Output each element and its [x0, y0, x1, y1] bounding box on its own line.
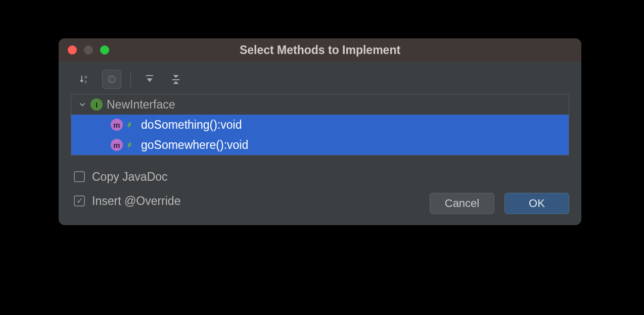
copy-javadoc-option[interactable]: Copy JavaDoc: [74, 165, 566, 189]
method-label: doSomething():void: [141, 118, 242, 132]
close-window-button[interactable]: [68, 45, 77, 55]
interface-icon: I: [90, 98, 103, 111]
copy-javadoc-checkbox[interactable]: [74, 171, 85, 182]
expand-all-button[interactable]: [140, 70, 159, 89]
svg-text:z: z: [84, 79, 87, 84]
toolbar: a z c: [59, 62, 581, 94]
expand-all-icon: [144, 74, 155, 85]
tree-method-row[interactable]: m doSomething():void: [71, 115, 569, 135]
copy-button[interactable]: c: [102, 70, 121, 89]
window-controls: [68, 45, 109, 55]
sort-alpha-button[interactable]: a z: [76, 70, 95, 89]
svg-text:a: a: [84, 74, 87, 79]
copy-icon: c: [107, 74, 117, 84]
method-tree[interactable]: I NewInterface m doSomething():void m go…: [71, 94, 569, 155]
tree-method-row[interactable]: m goSomewhere():void: [71, 135, 569, 155]
svg-rect-4: [146, 75, 154, 76]
method-icon: m: [111, 139, 123, 151]
zoom-window-button[interactable]: [100, 45, 109, 55]
sort-alpha-icon: a z: [80, 74, 91, 85]
collapse-all-button[interactable]: [166, 70, 186, 89]
minimize-window-button[interactable]: [84, 45, 93, 55]
toolbar-divider: [130, 72, 131, 87]
svg-rect-5: [172, 79, 180, 80]
cancel-button[interactable]: Cancel: [430, 193, 494, 214]
tree-interface-row[interactable]: I NewInterface: [71, 94, 569, 115]
method-label: goSomewhere():void: [141, 138, 248, 152]
dialog-title: Select Methods to Implement: [59, 43, 581, 57]
copy-javadoc-label: Copy JavaDoc: [92, 170, 168, 184]
interface-label: NewInterface: [107, 98, 175, 112]
method-icon: m: [111, 119, 123, 131]
insert-override-label: Insert @Override: [92, 194, 180, 208]
svg-text:c: c: [110, 76, 113, 82]
titlebar: Select Methods to Implement: [59, 38, 581, 62]
implement-icon: [127, 141, 135, 149]
chevron-down-icon[interactable]: [77, 101, 87, 108]
ok-button[interactable]: OK: [504, 193, 569, 214]
select-methods-dialog: Select Methods to Implement a z c: [59, 38, 581, 225]
implement-icon: [127, 121, 135, 129]
insert-override-checkbox[interactable]: [74, 195, 85, 206]
collapse-all-icon: [170, 74, 181, 85]
